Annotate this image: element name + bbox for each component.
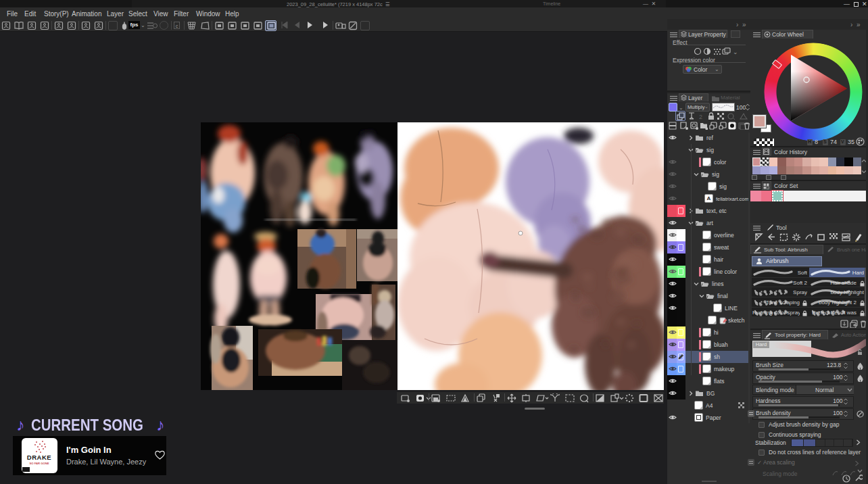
svg-text:SO FAR GONE: SO FAR GONE (29, 462, 49, 465)
svg-text:2: 2 (699, 114, 702, 120)
svg-text:DRAKE: DRAKE (27, 454, 51, 461)
